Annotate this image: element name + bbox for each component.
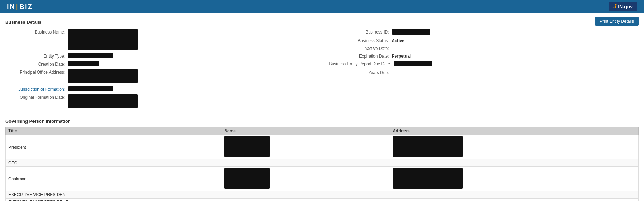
gov-name-cell <box>221 199 390 201</box>
table-row: CEO <box>6 159 639 167</box>
inactive-date-row: Inactive Date: <box>329 45 639 52</box>
gov-name-redacted <box>224 168 270 189</box>
creation-date-row: Creation Date: <box>5 61 315 68</box>
original-formation-value <box>68 94 138 110</box>
entity-type-value <box>68 53 113 60</box>
gov-address-cell <box>390 199 638 201</box>
gov-title-cell: CEO <box>6 159 221 167</box>
business-name-value <box>68 29 138 52</box>
original-formation-label: Original Formation Date: <box>5 94 68 100</box>
business-id-redacted <box>392 29 430 35</box>
jurisdiction-value <box>68 86 113 93</box>
table-row: President <box>6 135 639 159</box>
creation-date-value <box>68 61 99 68</box>
table-row: EXECUTIVE VICE PRESIDENT <box>6 191 639 199</box>
gov-name-cell <box>221 159 390 167</box>
expiration-date-label: Expiration Date: <box>329 53 392 59</box>
business-details-title: Business Details <box>5 20 41 25</box>
principal-office-row: Principal Office Address: <box>5 69 315 85</box>
table-row: EXECUTIVE VICE PRESIDENT <box>6 199 639 201</box>
principal-office-redacted <box>68 69 138 83</box>
gov-name-cell <box>221 191 390 199</box>
logo-pipe: | <box>16 3 19 11</box>
business-id-row: Business ID: <box>329 29 639 36</box>
business-id-label: Business ID: <box>329 29 392 35</box>
gov-address-redacted <box>393 168 463 189</box>
gov-address-cell <box>390 167 638 191</box>
business-id-value <box>392 29 430 36</box>
principal-office-value <box>68 69 138 85</box>
print-entity-details-button[interactable]: Print Entity Details <box>595 17 639 26</box>
ingov-j: J <box>613 3 616 10</box>
inactive-date-label: Inactive Date: <box>329 45 392 52</box>
years-due-label: Years Due: <box>329 69 392 76</box>
expiration-date-value: Perpetual <box>392 53 411 59</box>
col-address: Address <box>390 127 638 135</box>
gov-title-cell: EXECUTIVE VICE PRESIDENT <box>6 199 221 201</box>
header: IN|BIZ J IN.gov <box>0 0 644 13</box>
business-name-label: Business Name: <box>5 29 68 35</box>
jurisdiction-row: Jurisdiction of Formation: <box>5 86 315 93</box>
gov-name-redacted <box>224 136 270 157</box>
business-name-redacted <box>68 29 138 50</box>
gov-address-redacted <box>393 136 463 157</box>
report-due-date-label: Business Entity Report Due Date: <box>329 61 394 67</box>
creation-date-redacted <box>68 61 99 66</box>
entity-type-redacted <box>68 53 113 58</box>
business-status-label: Business Status: <box>329 38 392 44</box>
report-due-date-value <box>394 61 432 68</box>
business-status-row: Business Status: Active <box>329 38 639 44</box>
governing-person-table: Title Name Address PresidentCEOChairmanE… <box>5 127 639 201</box>
governing-person-title: Governing Person Information <box>5 119 639 124</box>
creation-date-label: Creation Date: <box>5 61 68 67</box>
business-name-row: Business Name: <box>5 29 315 52</box>
business-details-form: Business Name: Entity Type: Creation Dat… <box>5 29 639 115</box>
ingov-logo: J IN.gov <box>609 2 637 11</box>
gov-title-cell: Chairman <box>6 167 221 191</box>
business-details-top: Business Details Print Entity Details <box>5 17 639 28</box>
logo: IN|BIZ <box>7 3 33 11</box>
business-status-value: Active <box>392 38 404 44</box>
report-due-date-row: Business Entity Report Due Date: <box>329 61 639 68</box>
years-due-row: Years Due: <box>329 69 639 76</box>
ingov-text: IN.gov <box>618 4 633 9</box>
business-details-left: Business Name: Entity Type: Creation Dat… <box>5 29 315 111</box>
jurisdiction-redacted <box>68 86 113 91</box>
main-content: Business Details Print Entity Details Bu… <box>0 13 644 201</box>
principal-office-label: Principal Office Address: <box>5 69 68 75</box>
gov-address-cell <box>390 135 638 159</box>
gov-name-cell <box>221 167 390 191</box>
entity-type-row: Entity Type: <box>5 53 315 60</box>
gov-address-cell <box>390 191 638 199</box>
table-row: Chairman <box>6 167 639 191</box>
gov-title-cell: EXECUTIVE VICE PRESIDENT <box>6 191 221 199</box>
gov-name-cell <box>221 135 390 159</box>
original-formation-redacted <box>68 94 138 108</box>
original-formation-row: Original Formation Date: <box>5 94 315 110</box>
expiration-date-row: Expiration Date: Perpetual <box>329 53 639 59</box>
business-details-right: Business ID: Business Status: Active Ina… <box>329 29 639 111</box>
entity-type-label: Entity Type: <box>5 53 68 59</box>
gov-address-cell <box>390 159 638 167</box>
col-name: Name <box>221 127 390 135</box>
jurisdiction-label: Jurisdiction of Formation: <box>5 86 68 92</box>
col-title: Title <box>6 127 221 135</box>
report-due-date-redacted <box>394 61 432 66</box>
gov-title-cell: President <box>6 135 221 159</box>
